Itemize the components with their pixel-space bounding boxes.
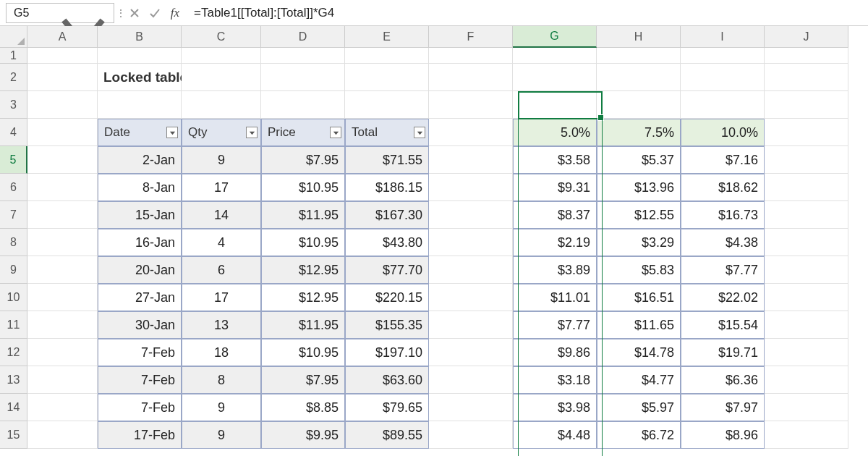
result-cell-G9[interactable]: $3.89 — [513, 256, 597, 284]
percent-header-0[interactable]: 5.0% — [513, 119, 597, 146]
table-cell-date-14[interactable]: 7-Feb — [98, 394, 182, 421]
table-cell-total-13[interactable]: $63.60 — [345, 366, 429, 394]
percent-header-1[interactable]: 7.5% — [597, 119, 681, 146]
table-cell-date-9[interactable]: 20-Jan — [98, 256, 182, 284]
table-cell-qty-8[interactable]: 4 — [182, 229, 261, 256]
column-header-H[interactable]: H — [597, 26, 681, 48]
table-cell-price-10[interactable]: $12.95 — [261, 284, 345, 311]
result-cell-I10[interactable]: $22.02 — [681, 284, 765, 311]
cell-H1[interactable] — [597, 48, 681, 64]
cell-J11[interactable] — [765, 311, 848, 339]
result-cell-G6[interactable]: $9.31 — [513, 174, 597, 201]
row-header-5[interactable]: 5 — [0, 146, 27, 174]
table-cell-qty-12[interactable]: 18 — [182, 339, 261, 366]
cell-G2[interactable] — [513, 64, 597, 91]
cell-J2[interactable] — [765, 64, 848, 91]
table-cell-date-13[interactable]: 7-Feb — [98, 366, 182, 394]
table-cell-price-13[interactable]: $7.95 — [261, 366, 345, 394]
table-cell-price-11[interactable]: $11.95 — [261, 311, 345, 339]
result-cell-H7[interactable]: $12.55 — [597, 201, 681, 229]
filter-dropdown-icon[interactable] — [166, 127, 178, 138]
column-header-D[interactable]: D — [261, 26, 345, 48]
row-header-2[interactable]: 2 — [0, 64, 27, 91]
cell-B1[interactable] — [98, 48, 182, 64]
page-title[interactable]: Locked table reference — [98, 64, 182, 91]
table-cell-price-8[interactable]: $10.95 — [261, 229, 345, 256]
row-header-9[interactable]: 9 — [0, 256, 27, 284]
column-header-I[interactable]: I — [681, 26, 765, 48]
result-cell-G13[interactable]: $3.18 — [513, 366, 597, 394]
table-cell-qty-15[interactable]: 9 — [182, 421, 261, 449]
column-header-A[interactable]: A — [27, 26, 98, 48]
column-header-J[interactable]: J — [765, 26, 848, 48]
table-cell-qty-11[interactable]: 13 — [182, 311, 261, 339]
table-cell-date-10[interactable]: 27-Jan — [98, 284, 182, 311]
table-cell-date-6[interactable]: 8-Jan — [98, 174, 182, 201]
row-header-8[interactable]: 8 — [0, 229, 27, 256]
result-cell-G5[interactable]: $3.58 — [513, 146, 597, 174]
cell-J9[interactable] — [765, 256, 848, 284]
cell-F15[interactable] — [429, 421, 513, 449]
table-cell-date-7[interactable]: 15-Jan — [98, 201, 182, 229]
cell-E1[interactable] — [345, 48, 429, 64]
table-cell-price-12[interactable]: $10.95 — [261, 339, 345, 366]
table-header-date[interactable]: Date — [98, 119, 182, 146]
table-cell-total-5[interactable]: $71.55 — [345, 146, 429, 174]
table-cell-date-15[interactable]: 17-Feb — [98, 421, 182, 449]
cell-J7[interactable] — [765, 201, 848, 229]
cell-J10[interactable] — [765, 284, 848, 311]
result-cell-I15[interactable]: $8.96 — [681, 421, 765, 449]
cell-J6[interactable] — [765, 174, 848, 201]
result-cell-G11[interactable]: $7.77 — [513, 311, 597, 339]
cell-F4[interactable] — [429, 119, 513, 146]
table-cell-date-5[interactable]: 2-Jan — [98, 146, 182, 174]
cell-G3[interactable] — [513, 91, 597, 119]
row-header-4[interactable]: 4 — [0, 119, 27, 146]
table-cell-qty-5[interactable]: 9 — [182, 146, 261, 174]
result-cell-H13[interactable]: $4.77 — [597, 366, 681, 394]
table-cell-qty-9[interactable]: 6 — [182, 256, 261, 284]
cell-A1[interactable] — [27, 48, 98, 64]
cell-F14[interactable] — [429, 394, 513, 421]
cell-J14[interactable] — [765, 394, 848, 421]
result-cell-I7[interactable]: $16.73 — [681, 201, 765, 229]
cell-A4[interactable] — [27, 119, 98, 146]
row-header-12[interactable]: 12 — [0, 339, 27, 366]
result-cell-G10[interactable]: $11.01 — [513, 284, 597, 311]
cell-J5[interactable] — [765, 146, 848, 174]
table-cell-qty-7[interactable]: 14 — [182, 201, 261, 229]
table-cell-price-15[interactable]: $9.95 — [261, 421, 345, 449]
column-header-C[interactable]: C — [182, 26, 261, 48]
cancel-icon[interactable] — [124, 3, 145, 23]
cell-A12[interactable] — [27, 339, 98, 366]
table-cell-qty-10[interactable]: 17 — [182, 284, 261, 311]
table-cell-price-14[interactable]: $8.85 — [261, 394, 345, 421]
cell-F3[interactable] — [429, 91, 513, 119]
row-header-10[interactable]: 10 — [0, 284, 27, 311]
cell-I1[interactable] — [681, 48, 765, 64]
result-cell-H5[interactable]: $5.37 — [597, 146, 681, 174]
result-cell-H10[interactable]: $16.51 — [597, 284, 681, 311]
cell-E2[interactable] — [345, 64, 429, 91]
cell-D2[interactable] — [261, 64, 345, 91]
cell-A5[interactable] — [27, 146, 98, 174]
filter-dropdown-icon[interactable] — [414, 127, 425, 138]
fx-icon[interactable]: fx — [165, 3, 185, 23]
table-cell-price-7[interactable]: $11.95 — [261, 201, 345, 229]
cell-J13[interactable] — [765, 366, 848, 394]
cell-A3[interactable] — [27, 91, 98, 119]
row-header-14[interactable]: 14 — [0, 394, 27, 421]
result-cell-I12[interactable]: $19.71 — [681, 339, 765, 366]
result-cell-I8[interactable]: $4.38 — [681, 229, 765, 256]
result-cell-H14[interactable]: $5.97 — [597, 394, 681, 421]
row-header-11[interactable]: 11 — [0, 311, 27, 339]
cell-C1[interactable] — [182, 48, 261, 64]
result-cell-I11[interactable]: $15.54 — [681, 311, 765, 339]
row-header-15[interactable]: 15 — [0, 421, 27, 449]
cell-F11[interactable] — [429, 311, 513, 339]
cell-F6[interactable] — [429, 174, 513, 201]
cell-F10[interactable] — [429, 284, 513, 311]
cell-A8[interactable] — [27, 229, 98, 256]
table-cell-qty-13[interactable]: 8 — [182, 366, 261, 394]
result-cell-H8[interactable]: $3.29 — [597, 229, 681, 256]
